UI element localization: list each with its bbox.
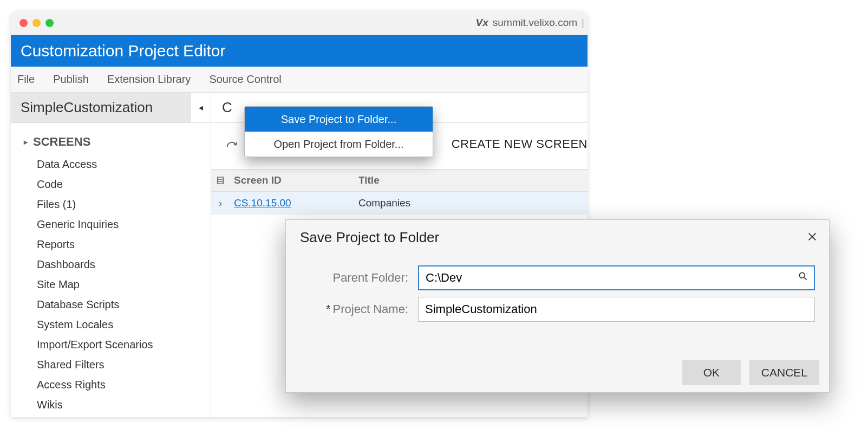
- sidebar-collapse-toggle[interactable]: ◂: [191, 93, 211, 122]
- row-expand-icon[interactable]: ›: [211, 197, 230, 209]
- maximize-window-button[interactable]: [45, 19, 54, 27]
- sidebar-item-access-rights[interactable]: Access Rights: [11, 375, 211, 395]
- parent-folder-field[interactable]: [418, 265, 815, 290]
- parent-folder-input[interactable]: [426, 271, 807, 285]
- project-name-label: *Project Name:: [300, 302, 408, 316]
- svg-point-2: [799, 272, 805, 278]
- sidebar-item-wikis[interactable]: Wikis: [11, 395, 211, 415]
- source-control-dropdown: Save Project to Folder... Open Project f…: [244, 106, 433, 157]
- sidebar-heading-screens[interactable]: SCREENS: [11, 133, 211, 154]
- cancel-button[interactable]: CANCEL: [749, 360, 819, 385]
- page-title-bar: Customization Project Editor: [11, 35, 588, 67]
- project-name-row: *Project Name:: [300, 294, 815, 325]
- sidebar-item-site-map[interactable]: Site Map: [11, 275, 211, 295]
- traffic-lights: [19, 19, 54, 27]
- address-bar: Vx summit.velixo.com |: [476, 11, 584, 35]
- dialog-header: Save Project to Folder: [286, 220, 829, 255]
- page-title: Customization Project Editor: [21, 42, 226, 60]
- sidebar-item-generic-inquiries[interactable]: Generic Inquiries: [11, 214, 211, 235]
- dialog-body: Parent Folder: *Project Name:: [286, 255, 829, 353]
- sidebar-item-import-export[interactable]: Import/Export Scenarios: [11, 335, 211, 355]
- screen-id-link[interactable]: CS.10.15.00: [234, 197, 291, 209]
- sidebar-item-code[interactable]: Code: [11, 174, 211, 194]
- td-screen-id[interactable]: CS.10.15.00: [230, 197, 354, 209]
- subheader-partial-text: C: [222, 99, 232, 116]
- table-row[interactable]: › CS.10.15.00 Companies: [211, 192, 588, 214]
- sidebar-item-system-locales[interactable]: System Locales: [11, 315, 211, 335]
- ok-button[interactable]: OK: [682, 360, 741, 385]
- menu-save-project-to-folder[interactable]: Save Project to Folder...: [245, 107, 433, 132]
- menu-bar: File Publish Extension Library Source Co…: [11, 67, 588, 93]
- menu-file[interactable]: File: [17, 73, 35, 86]
- sidebar-item-reports[interactable]: Reports: [11, 235, 211, 255]
- menu-open-project-from-folder[interactable]: Open Project from Folder...: [245, 132, 433, 157]
- close-window-button[interactable]: [19, 19, 28, 27]
- save-project-dialog: Save Project to Folder Parent Folder: *P…: [285, 219, 830, 393]
- table-header: Screen ID Title: [211, 169, 588, 192]
- refresh-icon[interactable]: [224, 139, 239, 154]
- menu-extension-library[interactable]: Extension Library: [107, 73, 191, 86]
- dialog-close-button[interactable]: [806, 230, 818, 246]
- menu-publish[interactable]: Publish: [53, 73, 89, 86]
- sidebar-item-shared-filters[interactable]: Shared Filters: [11, 355, 211, 375]
- parent-folder-label: Parent Folder:: [300, 271, 408, 285]
- th-screen-id[interactable]: Screen ID: [230, 174, 354, 186]
- sidebar-item-data-access[interactable]: Data Access: [11, 154, 211, 174]
- create-new-screen-button[interactable]: CREATE NEW SCREEN: [452, 137, 588, 151]
- dialog-title: Save Project to Folder: [300, 229, 439, 246]
- vx-badge: Vx: [476, 17, 488, 29]
- td-title: Companies: [354, 197, 588, 209]
- th-title[interactable]: Title: [354, 174, 588, 186]
- dialog-footer: OK CANCEL: [286, 353, 829, 392]
- titlebar: Vx summit.velixo.com |: [11, 11, 588, 35]
- column-settings-icon[interactable]: [211, 176, 230, 185]
- project-name-field[interactable]: [418, 297, 815, 322]
- menu-source-control[interactable]: Source Control: [209, 73, 281, 86]
- svg-rect-1: [218, 177, 224, 184]
- sidebar-item-database-scripts[interactable]: Database Scripts: [11, 295, 211, 315]
- parent-folder-row: Parent Folder:: [300, 262, 815, 294]
- browse-folder-icon[interactable]: [798, 271, 808, 285]
- sidebar: SCREENS Data Access Code Files (1) Gener…: [11, 123, 211, 417]
- sidebar-item-files[interactable]: Files (1): [11, 194, 211, 214]
- project-name-input[interactable]: [425, 302, 808, 316]
- screens-table: Screen ID Title › CS.10.15.00 Companies: [211, 169, 588, 214]
- sidebar-item-dashboards[interactable]: Dashboards: [11, 255, 211, 275]
- url-text: summit.velixo.com: [493, 17, 577, 29]
- project-name-label: SimpleCustomization: [11, 93, 191, 122]
- minimize-window-button[interactable]: [32, 19, 41, 27]
